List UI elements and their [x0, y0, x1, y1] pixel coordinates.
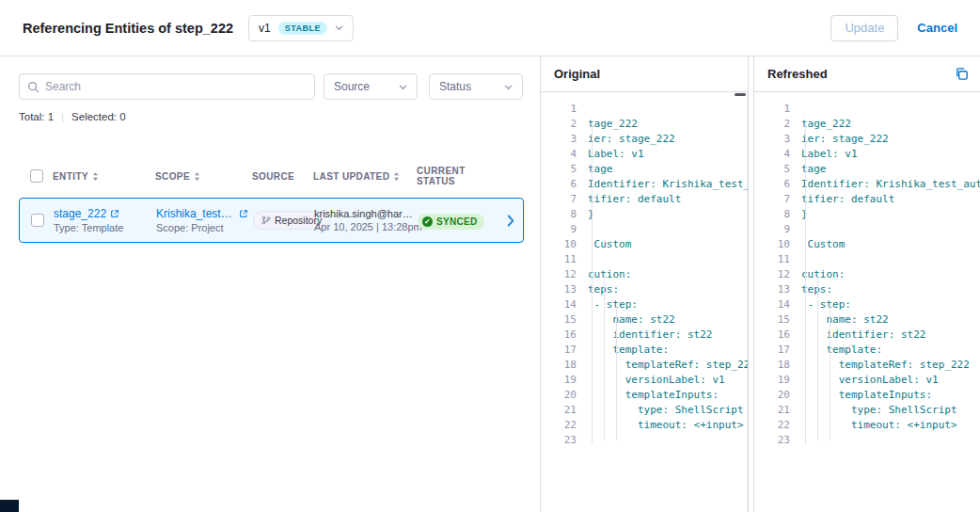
line-number: 4: [552, 147, 577, 162]
code-line: 18 templateRef: step_222: [766, 358, 980, 373]
sort-icon[interactable]: [194, 171, 200, 182]
line-number: 8: [766, 207, 790, 222]
line-text: name: st22: [588, 312, 675, 328]
code-line: 23: [552, 433, 748, 448]
line-number: 21: [552, 403, 577, 418]
line-number: 11: [766, 252, 790, 267]
code-line: 11: [766, 252, 980, 267]
line-number: 19: [766, 373, 790, 388]
indent-guide: [604, 275, 605, 440]
code-line: 5tage: [552, 162, 748, 177]
diff-panel: Original 12tage_2223ier: stage_2224Label…: [541, 56, 980, 512]
total-count: Total: 1: [19, 111, 54, 122]
chevron-down-icon: [399, 83, 407, 91]
code-line: 13teps:: [766, 282, 980, 297]
copy-icon[interactable]: [955, 67, 969, 81]
refreshed-code[interactable]: 12tage_2223ier: stage_2224Label: v15tage…: [754, 92, 980, 448]
code-line: 19 versionLabel: v1: [552, 373, 748, 388]
code-line: 4Label: v1: [766, 147, 980, 162]
line-text: timeout: <+input>: [588, 418, 744, 433]
code-line: 3ier: stage_222: [766, 132, 980, 147]
refreshed-title: Refreshed: [767, 67, 828, 81]
line-number: 4: [766, 147, 790, 162]
line-text: Identifier: Krishika_test_aut: [801, 177, 980, 192]
line-text: Label: v1: [588, 147, 644, 162]
line-number: 6: [552, 177, 577, 192]
line-text: - step:: [588, 297, 638, 312]
code-line: 1: [552, 102, 748, 117]
code-line: 7tifier: default: [552, 192, 748, 207]
line-text: templateRef: step_222: [801, 358, 970, 373]
code-line: 16 identifier: st22: [552, 328, 748, 343]
code-line: 15 name: st22: [552, 312, 748, 328]
chevron-down-icon: [335, 24, 343, 32]
code-line: 11: [552, 252, 748, 267]
cancel-button[interactable]: Cancel: [917, 21, 957, 35]
code-line: 13teps:: [552, 282, 748, 297]
table-row[interactable]: stage_222 Type: Template Krishika_test_a…: [19, 198, 524, 243]
code-line: 6Identifier: Krishika_test_aut: [552, 177, 748, 192]
column-scope[interactable]: SCOPE: [155, 171, 252, 182]
status-filter-label: Status: [439, 80, 471, 93]
version-selector[interactable]: v1 STABLE: [248, 15, 354, 41]
source-cell: Repository: [253, 211, 314, 230]
line-number: 5: [766, 162, 790, 177]
external-link-icon[interactable]: [110, 209, 119, 218]
sort-icon[interactable]: [92, 171, 99, 182]
line-number: 2: [766, 117, 790, 132]
code-line: 17 template:: [766, 343, 980, 358]
scope-cell: Krishika_test_au... Scope: Project: [156, 207, 253, 233]
line-number: 2: [552, 117, 577, 132]
code-line: 12cution:: [552, 267, 748, 282]
chevron-down-icon: [504, 83, 513, 91]
line-text: Label: v1: [801, 147, 858, 162]
scope-type: Scope: Project: [156, 222, 253, 233]
line-number: 15: [552, 312, 577, 328]
column-last-updated[interactable]: LAST UPDATED: [313, 171, 417, 182]
line-text: ier: stage_222: [588, 132, 675, 147]
code-line: 20 templateInputs:: [552, 388, 748, 403]
code-line: 21 type: ShellScript: [766, 403, 980, 418]
original-code[interactable]: 12tage_2223ier: stage_2224Label: v15tage…: [541, 92, 748, 448]
code-line: 16 identifier: st22: [766, 328, 980, 343]
line-number: 18: [766, 358, 790, 373]
code-line: 6Identifier: Krishika_test_aut: [766, 177, 980, 192]
table-header: ENTITY SCOPE SOURCE LAST UPDATED CURRENT…: [19, 166, 524, 186]
code-line: 7tifier: default: [766, 192, 980, 207]
line-number: 16: [552, 328, 577, 343]
search-box[interactable]: [19, 73, 315, 100]
row-checkbox[interactable]: [31, 214, 44, 227]
chevron-right-icon[interactable]: [507, 215, 514, 227]
line-text: ier: stage_222: [801, 132, 889, 147]
external-link-icon[interactable]: [239, 209, 248, 218]
line-number: 13: [766, 282, 790, 297]
code-line: 12cution:: [766, 267, 980, 282]
refreshed-panel: Refreshed 12tage_2223ier: stage_2224Labe…: [753, 56, 980, 512]
code-line: 2tage_222: [552, 117, 748, 132]
select-all-checkbox[interactable]: [30, 169, 43, 183]
line-number: 5: [552, 162, 577, 177]
line-text: type: ShellScript: [588, 403, 744, 418]
column-entity[interactable]: ENTITY: [53, 171, 155, 182]
entity-link[interactable]: stage_222: [54, 207, 106, 220]
status-cell: ✓ SYNCED: [418, 211, 506, 230]
line-text: tifier: default: [801, 192, 894, 207]
line-number: 17: [766, 343, 790, 358]
indent-guide: [616, 305, 617, 440]
update-button[interactable]: Update: [830, 15, 898, 41]
code-line: 10 Custom: [552, 237, 748, 252]
code-line: 20 templateInputs:: [766, 388, 980, 403]
updated-by: krishika.singh@harnes...: [314, 208, 414, 219]
status-filter[interactable]: Status: [429, 73, 523, 100]
page-header: Referencing Entities of step_222 v1 STAB…: [0, 0, 980, 56]
line-number: 15: [766, 312, 790, 328]
sort-icon[interactable]: [393, 171, 400, 182]
code-line: 14 - step:: [552, 297, 748, 312]
line-number: 17: [552, 343, 577, 358]
search-input[interactable]: [45, 80, 307, 93]
source-filter[interactable]: Source: [324, 73, 418, 100]
scope-link[interactable]: Krishika_test_au...: [156, 207, 235, 220]
line-number: 22: [552, 418, 577, 433]
line-number: 8: [552, 207, 577, 222]
code-line: 19 versionLabel: v1: [766, 373, 980, 388]
